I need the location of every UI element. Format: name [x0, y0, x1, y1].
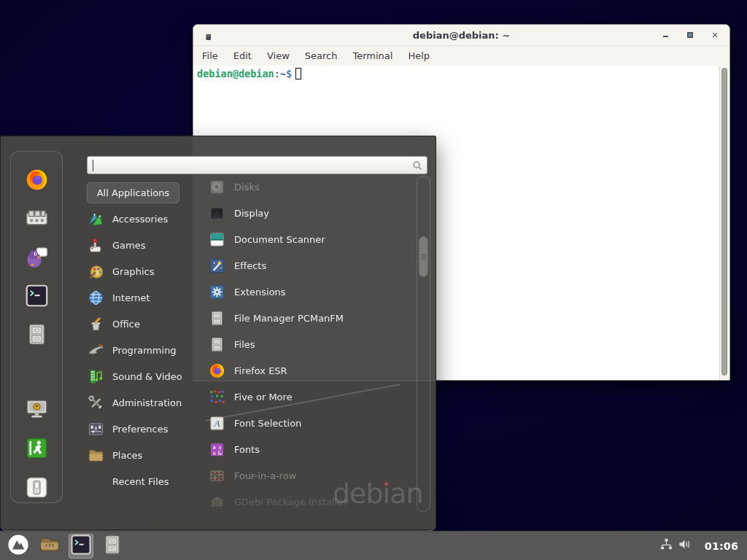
svg-text:&: &: [217, 449, 222, 456]
app-item-gdebi-package-installer: GDebi Package Installer: [208, 489, 412, 515]
font-selection-icon: A: [208, 414, 225, 432]
terminal-scrollbar-thumb[interactable]: [721, 68, 727, 376]
terminal-menu-file[interactable]: File: [202, 50, 218, 61]
system-tray: [657, 539, 694, 553]
category-item-office[interactable]: Office: [87, 311, 204, 337]
administration-icon: [87, 394, 104, 411]
gdebi-icon: [208, 493, 225, 510]
terminal-menu-help[interactable]: Help: [408, 50, 430, 61]
category-item-internet[interactable]: Internet: [87, 284, 204, 311]
file-manager-launcher[interactable]: [37, 534, 62, 559]
volume-icon: [678, 537, 692, 554]
taskbar: 01:06: [0, 531, 747, 560]
window-controls: ✕: [661, 25, 719, 45]
cabinet-icon: [25, 322, 49, 349]
category-list: AccessoriesGamesGraphicsInternetOfficePr…: [87, 206, 204, 494]
app-item-files[interactable]: Files: [208, 331, 412, 357]
app-item-document-scanner[interactable]: Document Scanner: [208, 226, 412, 252]
favorite-file-manager[interactable]: [23, 322, 50, 349]
effects-icon: [208, 257, 225, 274]
app-item-fonts[interactable]: aaa&Fonts: [208, 436, 412, 462]
fonts-icon: aaa&: [208, 440, 225, 458]
file-cabinet-launcher[interactable]: [100, 534, 125, 559]
extensions-icon: [208, 283, 225, 300]
programming-icon: [87, 341, 104, 359]
favorite-launchers: [11, 168, 62, 349]
category-item-recent-files[interactable]: Recent Files: [87, 468, 204, 494]
app-item-font-selection[interactable]: AFont Selection: [208, 410, 412, 436]
category-item-sound-video[interactable]: Sound & Video: [87, 363, 204, 389]
sound-video-icon: [87, 368, 104, 385]
favorite-firefox[interactable]: [23, 168, 50, 194]
app-item-five-or-more[interactable]: Five or More: [208, 384, 412, 410]
svg-text:A: A: [213, 418, 220, 429]
minimize-button[interactable]: [661, 31, 670, 39]
disks-icon: [208, 178, 225, 195]
log-out-button[interactable]: [23, 436, 50, 462]
preferences-icon: [87, 420, 104, 438]
favorites-sidebar: [10, 151, 63, 503]
terminal-icon: [70, 534, 92, 559]
games-icon: [87, 236, 104, 254]
terminal-titlebar[interactable]: debian@debian: ~ ✕: [193, 25, 729, 46]
menu-button[interactable]: [6, 534, 31, 559]
logout-icon: [25, 436, 49, 463]
firefox-icon: [25, 168, 49, 195]
pidgin-icon: [25, 245, 49, 272]
favorite-pidgin[interactable]: [23, 245, 50, 271]
maximize-button[interactable]: [686, 31, 694, 39]
app-item-effects[interactable]: Effects: [208, 252, 412, 279]
lock-screen-icon: [25, 397, 49, 424]
session-buttons: [11, 397, 62, 502]
lock-screen-button[interactable]: [23, 397, 50, 423]
category-item-administration[interactable]: Administration: [87, 389, 204, 416]
taskbar-launchers: [6, 534, 125, 559]
terminal-prompt: debian@debian:~$: [197, 68, 301, 79]
favorite-terminal[interactable]: [23, 284, 50, 310]
display-icon: [208, 204, 225, 222]
cabinet-icon: [208, 309, 225, 327]
accessories-icon: [87, 210, 104, 228]
category-item-games[interactable]: Games: [87, 232, 204, 258]
terminal-menu-search[interactable]: Search: [305, 50, 338, 61]
tb-folder-icon: [39, 534, 61, 559]
app-item-file-manager-pcmanfm[interactable]: File Manager PCManFM: [208, 305, 412, 331]
clock[interactable]: 01:06: [705, 540, 738, 552]
text-caret: [93, 160, 93, 171]
menu-scrollbar-thumb[interactable]: [419, 236, 428, 277]
category-item-places[interactable]: Places: [87, 442, 204, 468]
svg-text:a: a: [212, 449, 216, 456]
network-icon: [659, 537, 673, 554]
five-or-more-icon: [208, 388, 225, 405]
app-item-display[interactable]: Display: [208, 200, 412, 226]
app-item-four-in-a-row: Four-in-a-row: [208, 462, 412, 489]
cabinet-icon: [101, 534, 123, 559]
terminal-menu-view[interactable]: View: [267, 50, 290, 61]
app-item-extensions[interactable]: Extensions: [208, 279, 412, 305]
category-item-accessories[interactable]: Accessories: [87, 206, 204, 232]
category-item-graphics[interactable]: Graphics: [87, 258, 204, 284]
network-tray-icon[interactable]: [659, 539, 673, 553]
office-icon: [87, 315, 104, 332]
window-title: debian@debian: ~: [193, 30, 729, 41]
menu-search[interactable]: [87, 156, 427, 174]
terminal-menubar: FileEditViewSearchTerminalHelp: [193, 46, 729, 66]
menu-scrollbar[interactable]: [417, 176, 430, 512]
menu-editor-icon: [25, 206, 49, 233]
category-all-applications[interactable]: All Applications: [87, 182, 179, 203]
prompt-user-host: debian@debian: [197, 68, 274, 79]
terminal-window-button[interactable]: [69, 534, 93, 559]
graphics-icon: [87, 262, 104, 280]
terminal-menu-edit[interactable]: Edit: [233, 50, 252, 61]
close-button[interactable]: ✕: [711, 31, 719, 39]
category-item-programming[interactable]: Programming: [87, 337, 204, 363]
volume-tray-icon[interactable]: [678, 539, 692, 553]
favorite-menu-editor[interactable]: [23, 206, 50, 233]
application-menu: debian All Applications AccessoriesGames…: [0, 136, 436, 530]
shut-down-button[interactable]: [23, 475, 50, 502]
category-item-preferences[interactable]: Preferences: [87, 416, 204, 442]
terminal-scrollbar[interactable]: [719, 66, 729, 379]
search-input[interactable]: [88, 157, 427, 174]
app-item-firefox-esr[interactable]: Firefox ESR: [208, 357, 412, 384]
terminal-menu-terminal[interactable]: Terminal: [352, 50, 392, 61]
